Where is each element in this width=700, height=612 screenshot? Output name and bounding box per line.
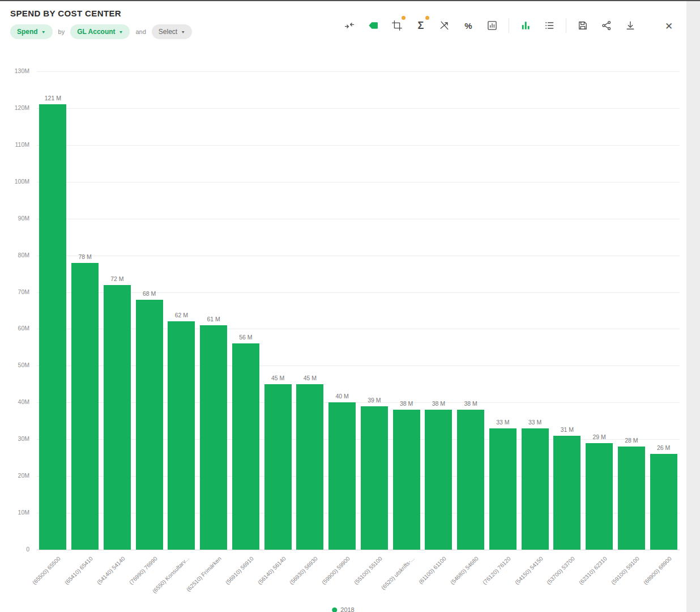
save-icon[interactable] (575, 18, 590, 33)
bar[interactable] (489, 428, 517, 550)
list-view-icon[interactable] (542, 18, 557, 33)
x-tick-label: (56140) 56140 (223, 555, 287, 612)
bar-chart-view-icon[interactable] (518, 18, 533, 33)
bar[interactable] (264, 384, 292, 550)
y-tick-label: 70M (0, 288, 29, 295)
bar[interactable] (328, 402, 356, 550)
bar[interactable] (39, 104, 66, 550)
bar-value-label: 72 M (95, 275, 140, 282)
x-tick-label: (65410) 65410 (29, 555, 94, 612)
bar[interactable] (136, 300, 163, 550)
chevron-down-icon: ▼ (41, 29, 46, 34)
y-tick-label: 30M (0, 435, 29, 442)
bar-value-label: 56 M (223, 334, 268, 341)
x-tick-label: (55100) 55100 (319, 555, 383, 612)
bar-value-label: 78 M (62, 253, 108, 260)
crop-icon[interactable] (390, 18, 404, 33)
legend: 2018 (332, 606, 354, 612)
dimension-dropdown-label: GL Account (77, 28, 115, 36)
chevron-down-icon: ▼ (119, 29, 123, 34)
dimension-dropdown[interactable]: GL Account ▼ (70, 24, 130, 39)
dimension-controls: Spend ▼ by GL Account ▼ and Select ▼ (10, 24, 192, 39)
legend-dot-2018[interactable] (332, 607, 337, 612)
toolbar-separator (566, 18, 566, 33)
x-tick-label: (6550) Konsultarv... (126, 555, 190, 612)
bar-value-label: 28 M (609, 437, 654, 444)
y-tick-label: 20M (0, 472, 29, 479)
y-tick-label: 10M (0, 509, 29, 516)
bar[interactable] (200, 325, 227, 550)
bar[interactable] (425, 410, 452, 550)
bar[interactable] (104, 285, 131, 550)
widget-header: SPEND BY COST CENTER Spend ▼ by GL Accou… (0, 1, 686, 48)
gridline (37, 71, 680, 72)
toolbar: Σ % (342, 18, 638, 33)
gridline (37, 513, 680, 513)
percent-icon[interactable]: % (461, 18, 476, 33)
bar-chart: 010M20M30M40M50M60M70M80M90M100M110M120M… (0, 1, 686, 612)
notification-dot (425, 16, 429, 20)
x-tick-label: (56910) 56910 (190, 555, 255, 612)
bar[interactable] (71, 263, 99, 550)
bar-value-label: 61 M (191, 316, 236, 322)
x-tick-label: (59100) 59100 (576, 555, 641, 612)
gridline (37, 145, 680, 146)
bar[interactable] (168, 321, 195, 550)
x-tick-label: (76990) 76990 (94, 555, 159, 612)
tag-icon[interactable] (366, 18, 381, 33)
bar[interactable] (553, 436, 581, 550)
window-top-edge (0, 0, 700, 1)
x-tick-label: (61100) 61100 (383, 555, 447, 612)
chart-box-icon[interactable] (485, 18, 500, 33)
bar[interactable] (457, 410, 484, 550)
gridline (37, 366, 680, 366)
x-tick-label: (68900) 68900 (608, 555, 673, 612)
and-label: and (135, 28, 146, 35)
bar-value-label: 121 M (30, 95, 75, 101)
share-icon[interactable] (599, 18, 614, 33)
sigma-icon[interactable]: Σ (413, 18, 428, 33)
by-label: by (58, 28, 65, 35)
measure-dropdown-label: Spend (17, 28, 38, 36)
measure-dropdown[interactable]: Spend ▼ (10, 24, 53, 39)
x-tick-label: (56930) 56930 (254, 555, 319, 612)
x-tick-label: (76120) 76120 (447, 555, 512, 612)
y-tick-label: 110M (0, 141, 29, 148)
bar[interactable] (296, 384, 323, 550)
x-tick-label: (53700) 53700 (511, 555, 576, 612)
bar-value-label: 68 M (127, 290, 172, 297)
widget-panel: 010M20M30M40M50M60M70M80M90M100M110M120M… (0, 1, 686, 612)
legend-label[interactable]: 2018 (340, 606, 354, 612)
bar[interactable] (586, 443, 613, 550)
page-title: SPEND BY COST CENTER (10, 8, 121, 18)
gridline (37, 108, 680, 109)
y-tick-label: 0 (0, 546, 29, 552)
y-tick-label: 50M (0, 362, 29, 368)
download-icon[interactable] (623, 18, 638, 33)
notification-dot (402, 16, 406, 20)
bar-value-label: 33 M (513, 419, 558, 426)
secondary-dropdown-label: Select (159, 28, 177, 36)
compress-arrows-icon[interactable] (342, 18, 357, 33)
bar[interactable] (618, 447, 645, 550)
y-tick-label: 60M (0, 325, 29, 332)
close-icon[interactable]: ✕ (661, 19, 676, 33)
bar[interactable] (393, 410, 420, 550)
y-tick-label: 120M (0, 104, 29, 111)
trend-crossed-icon[interactable] (437, 18, 452, 33)
toolbar-separator (509, 18, 509, 33)
bar-value-label: 26 M (641, 444, 686, 451)
x-tick-label: (6520) utskrifts-... (351, 555, 416, 612)
x-tick-label: (62310) 62310 (544, 555, 608, 612)
y-tick-label: 100M (0, 178, 29, 185)
y-tick-label: 80M (0, 252, 29, 258)
bar-value-label: 38 M (448, 400, 493, 407)
secondary-dimension-dropdown[interactable]: Select ▼ (152, 24, 192, 39)
gridline (37, 219, 680, 219)
x-tick-label: (62510) Frimärken (158, 555, 223, 612)
bar[interactable] (650, 454, 677, 550)
chevron-down-icon: ▼ (181, 29, 185, 34)
bar[interactable] (361, 406, 388, 550)
bar[interactable] (522, 428, 549, 550)
y-tick-label: 40M (0, 398, 29, 405)
